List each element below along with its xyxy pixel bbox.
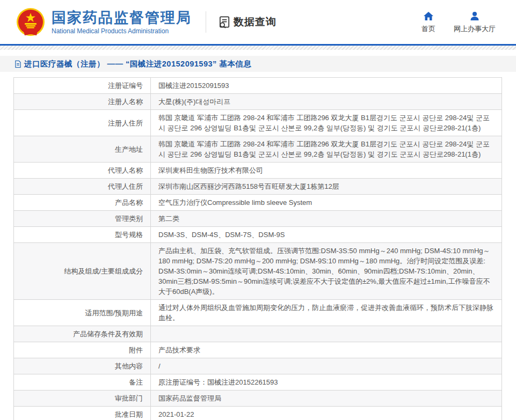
field-label: 审批部门 bbox=[14, 390, 151, 407]
table-row: 注册人住所韩国 京畿道 军浦市 工团路 298-24 和军浦市 工团路296 双… bbox=[14, 110, 502, 136]
field-value: 产品由主机、加压袋、充气软管组成。压强调节范围:DSM-3S:50 mmHg～2… bbox=[151, 243, 502, 300]
field-label: 其他内容 bbox=[14, 358, 151, 374]
field-label: 生产地址 bbox=[14, 136, 151, 163]
table-row: 适用范围/预期用途通过对人体外周组织及血管施加周期变化的压力，防止血液瘀滞，促进… bbox=[14, 300, 502, 326]
field-value: 产品技术要求 bbox=[151, 342, 502, 358]
site-header: 国家药品监督管理局 National Medical Products Admi… bbox=[0, 0, 516, 44]
field-label: 注册人名称 bbox=[14, 94, 151, 110]
registration-info-section: 注册证编号国械注进20152091593注册人名称大星(株)(주)대성마리프注册… bbox=[13, 77, 503, 420]
field-label: 附件 bbox=[14, 342, 151, 358]
field-label: 产品名称 bbox=[14, 195, 151, 211]
field-value: 韩国 京畿道 军浦市 工团路 298-24 和军浦市 工团路296 双龙大厦 B… bbox=[151, 110, 502, 136]
table-row: 管理类别第二类 bbox=[14, 211, 502, 227]
field-value: 深圳麦科田生物医疗技术有限公司 bbox=[151, 163, 502, 179]
table-row: 产品名称空气压力治疗仪Compressible limb sleeve Syst… bbox=[14, 195, 502, 211]
field-value: DSM-3S、DSM-4S、DSM-7S、DSM-9S bbox=[151, 227, 502, 243]
nav-item-home[interactable]: 首页 bbox=[421, 11, 435, 34]
field-value: 第二类 bbox=[151, 211, 502, 227]
header-divider bbox=[206, 11, 206, 33]
header-nav: 首页 网上办事大厅 bbox=[421, 11, 500, 34]
field-value: 国械注进20152091593 bbox=[151, 78, 502, 94]
field-value: 韩国 京畿道 军浦市 工团路 298-24 和军浦市 工团路296 双龙大厦 B… bbox=[151, 136, 502, 163]
document-icon bbox=[14, 60, 21, 68]
page-title: 进口医疗器械（注册） —— “国械注进20152091593” 基本信息 bbox=[24, 59, 251, 69]
field-value: 深圳市南山区西丽沙河西路5158号百旺研发大厦1栋第12层 bbox=[151, 179, 502, 195]
nav-item-service-hall[interactable]: 网上办事大厅 bbox=[454, 11, 496, 34]
table-row: 批准日期2021-01-22 bbox=[14, 407, 502, 420]
table-row: 注册人名称大星(株)(주)대성마리프 bbox=[14, 94, 502, 110]
table-row: 附件产品技术要求 bbox=[14, 342, 502, 358]
field-value: 大星(株)(주)대성마리프 bbox=[151, 94, 502, 110]
field-label: 结构及组成/主要组成成分 bbox=[14, 243, 151, 300]
table-row: 注册证编号国械注进20152091593 bbox=[14, 78, 502, 94]
field-label: 代理人住所 bbox=[14, 179, 151, 195]
table-row: 审批部门国家药品监督管理局 bbox=[14, 390, 502, 407]
field-value: 2021-01-22 bbox=[151, 407, 502, 420]
table-row: 其他内容/ bbox=[14, 358, 502, 374]
table-row: 备注原注册证编号：国械注进20152261593 bbox=[14, 374, 502, 390]
field-label: 产品储存条件及有效期 bbox=[14, 326, 151, 342]
field-label: 适用范围/预期用途 bbox=[14, 300, 151, 326]
nav-hall-label: 网上办事大厅 bbox=[454, 24, 496, 34]
header-hatch-band bbox=[0, 46, 516, 50]
table-row: 结构及组成/主要组成成分产品由主机、加压袋、充气软管组成。压强调节范围:DSM-… bbox=[14, 243, 502, 300]
field-label: 管理类别 bbox=[14, 211, 151, 227]
field-label: 批准日期 bbox=[14, 407, 151, 420]
table-row: 代理人住所深圳市南山区西丽沙河西路5158号百旺研发大厦1栋第12层 bbox=[14, 179, 502, 195]
nav-home-label: 首页 bbox=[421, 24, 435, 34]
table-row: 生产地址韩国 京畿道 军浦市 工团路 298-24 和军浦市 工团路296 双龙… bbox=[14, 136, 502, 163]
org-name-cn: 国家药品监督管理局 bbox=[52, 10, 192, 26]
national-emblem-logo bbox=[16, 8, 45, 36]
field-value: 国家药品监督管理局 bbox=[151, 390, 502, 407]
field-value bbox=[151, 326, 502, 342]
data-query-label: 数据查询 bbox=[234, 15, 277, 29]
field-label: 注册人住所 bbox=[14, 110, 151, 136]
field-value: 通过对人体外周组织及血管施加周期变化的压力，防止血液瘀滞，促进并改善血液循环，预… bbox=[151, 300, 502, 326]
data-query-icon bbox=[218, 16, 231, 29]
table-row: 代理人名称深圳麦科田生物医疗技术有限公司 bbox=[14, 163, 502, 179]
registration-table: 注册证编号国械注进20152091593注册人名称大星(株)(주)대성마리프注册… bbox=[13, 77, 502, 420]
field-value: / bbox=[151, 358, 502, 374]
field-value: 原注册证编号：国械注进20152261593 bbox=[151, 374, 502, 390]
breadcrumb: 进口医疗器械（注册） —— “国械注进20152091593” 基本信息 bbox=[0, 56, 516, 72]
field-label: 注册证编号 bbox=[14, 78, 151, 94]
field-label: 代理人名称 bbox=[14, 163, 151, 179]
table-row: 型号规格DSM-3S、DSM-4S、DSM-7S、DSM-9S bbox=[14, 227, 502, 243]
table-row: 产品储存条件及有效期 bbox=[14, 326, 502, 342]
data-query-button[interactable]: 数据查询 bbox=[218, 15, 277, 29]
field-value: 空气压力治疗仪Compressible limb sleeve System bbox=[151, 195, 502, 211]
org-name-en: National Medical Products Administration bbox=[52, 27, 192, 35]
home-icon bbox=[423, 11, 434, 21]
org-title-block: 国家药品监督管理局 National Medical Products Admi… bbox=[52, 10, 192, 35]
person-icon bbox=[469, 11, 480, 21]
field-label: 型号规格 bbox=[14, 227, 151, 243]
field-label: 备注 bbox=[14, 374, 151, 390]
